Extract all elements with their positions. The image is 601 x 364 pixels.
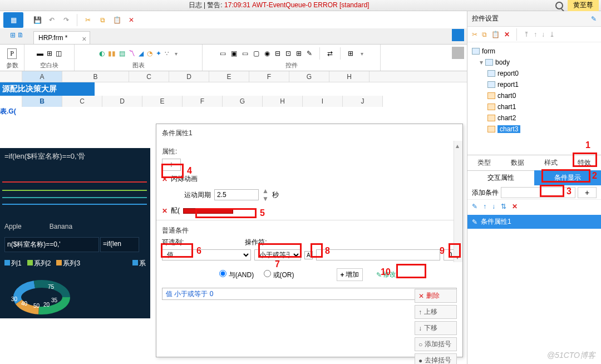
col-header[interactable]: D bbox=[169, 71, 209, 82]
save-icon[interactable]: 💾 bbox=[31, 14, 43, 26]
scroll-down-icon[interactable]: ▾ bbox=[456, 253, 459, 261]
add-condition-input[interactable] bbox=[501, 187, 575, 198]
tab-data[interactable]: 数据 bbox=[501, 155, 534, 170]
ctrl4-icon[interactable]: ▢ bbox=[253, 50, 259, 57]
remove-anim-icon[interactable]: ✕ bbox=[162, 175, 168, 183]
add-attr-button[interactable]: + bbox=[162, 159, 181, 171]
ctrl1-icon[interactable]: ▭ bbox=[220, 50, 226, 57]
tree-node-report0[interactable]: report0 bbox=[472, 68, 597, 79]
tab-mode-icon[interactable]: ⊞ 🗎 bbox=[10, 31, 24, 39]
tab-type[interactable]: 类型 bbox=[467, 155, 501, 170]
ctrl6-icon[interactable]: ⊟ bbox=[275, 50, 280, 57]
remove-color-icon[interactable]: ✕ bbox=[162, 207, 168, 215]
scroll-up-icon[interactable]: ▴ bbox=[456, 142, 459, 150]
redo-icon[interactable]: ↷ bbox=[60, 14, 72, 26]
tree-node-report1[interactable]: report1 bbox=[472, 79, 597, 90]
spin-up-icon[interactable]: ▲ bbox=[262, 187, 269, 195]
cycle-input[interactable] bbox=[214, 189, 259, 200]
col-header[interactable]: B bbox=[22, 96, 62, 107]
tree-node-chart3[interactable]: chart3 bbox=[472, 124, 597, 135]
remove-paren-button[interactable]: ● 去掉括号 bbox=[415, 353, 457, 364]
delete-icon[interactable]: ✕ bbox=[512, 203, 518, 210]
delete-button[interactable]: ✕ 删除 bbox=[415, 289, 457, 303]
col-header[interactable]: G bbox=[289, 71, 329, 82]
col-header[interactable]: C bbox=[129, 71, 169, 82]
col-header[interactable]: F bbox=[183, 96, 223, 107]
area-chart-icon[interactable]: ◢ bbox=[139, 50, 144, 57]
chevron-down-icon[interactable]: ▾ bbox=[175, 51, 178, 57]
add-condition-button[interactable]: + bbox=[578, 187, 597, 198]
scrollbar[interactable]: ▴ ▾ bbox=[454, 141, 462, 262]
gauge-chart-icon[interactable]: ◔ bbox=[147, 50, 152, 57]
col-header[interactable]: D bbox=[102, 96, 142, 107]
add-paren-button[interactable]: ○ 添加括号 bbox=[415, 337, 457, 351]
subtab-interact[interactable]: 交互属性 bbox=[467, 170, 534, 185]
color-swatch[interactable] bbox=[183, 208, 233, 214]
tab-style[interactable]: 样式 bbox=[534, 155, 568, 170]
panel-toggle-icon[interactable] bbox=[452, 47, 464, 59]
condition-list-item[interactable]: 值 小于或等于 0 bbox=[162, 288, 457, 300]
tree-node-chart0[interactable]: chart0 bbox=[472, 90, 597, 101]
pie-chart-icon[interactable]: ◐ bbox=[99, 50, 105, 57]
sheet-corner[interactable] bbox=[0, 71, 22, 82]
edit-icon[interactable]: ✎ bbox=[472, 203, 477, 210]
ctrl7-icon[interactable]: ⊡ bbox=[285, 50, 291, 57]
operator-select[interactable]: 小于或等于 bbox=[254, 249, 301, 260]
col-header[interactable]: E bbox=[142, 96, 183, 107]
delete-icon[interactable]: ✕ bbox=[125, 14, 137, 26]
ctrl3-icon[interactable]: ▭ bbox=[242, 50, 248, 57]
hbar-chart-icon[interactable]: ▤ bbox=[119, 50, 125, 57]
line-chart-icon[interactable]: 〽 bbox=[129, 50, 135, 57]
value-input[interactable] bbox=[316, 249, 440, 260]
spin-down-icon[interactable]: ▼ bbox=[262, 195, 269, 203]
move-up-icon[interactable]: ↑ bbox=[483, 203, 486, 210]
move-up-icon[interactable]: ↑ bbox=[534, 31, 537, 38]
ctrl10-icon[interactable]: ⇄ bbox=[327, 50, 333, 57]
col-header[interactable]: J bbox=[343, 96, 383, 107]
move-down-icon[interactable]: ↓ bbox=[541, 31, 545, 38]
cut-icon[interactable]: ✂ bbox=[82, 14, 94, 26]
delete-icon[interactable]: ✕ bbox=[504, 31, 510, 38]
panel-toggle-icon[interactable] bbox=[452, 29, 464, 41]
search-icon[interactable] bbox=[555, 2, 563, 9]
edit-pen-icon[interactable]: ✎ bbox=[591, 15, 597, 23]
chevron-down-icon[interactable]: ▾ bbox=[361, 51, 363, 57]
move-top-icon[interactable]: ⤒ bbox=[524, 31, 529, 38]
col-header[interactable]: G bbox=[223, 96, 263, 107]
radar-chart-icon[interactable]: ✦ bbox=[156, 50, 161, 57]
tab-effects[interactable]: 特效 bbox=[568, 155, 601, 170]
and-radio[interactable]: 与(AND) bbox=[219, 270, 254, 280]
col-header[interactable]: C bbox=[62, 96, 102, 107]
copy-icon[interactable]: ⧉ bbox=[482, 31, 487, 38]
paste-icon[interactable]: 📋 bbox=[491, 31, 500, 38]
col-header[interactable]: F bbox=[249, 71, 289, 82]
tree-node-form[interactable]: form bbox=[472, 46, 597, 57]
tree-node-body[interactable]: ▾body bbox=[472, 57, 597, 68]
tree-node-chart2[interactable]: chart2 bbox=[472, 112, 597, 124]
col-header[interactable]: H bbox=[329, 71, 370, 82]
block3-icon[interactable]: ◫ bbox=[56, 50, 62, 57]
param-icon[interactable]: P bbox=[7, 48, 17, 59]
sort-icon[interactable]: ⇅ bbox=[501, 203, 506, 210]
condition-item[interactable]: ✎ 条件属性1 bbox=[467, 215, 601, 229]
cut-icon[interactable]: ✂ bbox=[472, 31, 477, 38]
move-down-button[interactable]: ↓ 下移 bbox=[415, 321, 457, 335]
title-cell[interactable]: 源配比决策大屏 bbox=[0, 82, 95, 96]
bar-chart-icon[interactable]: ▮▮ bbox=[108, 50, 116, 57]
col-header[interactable]: E bbox=[209, 71, 249, 82]
ctrl5-icon[interactable]: ◉ bbox=[264, 50, 270, 57]
col-header[interactable]: B bbox=[62, 71, 129, 82]
paste-icon[interactable]: 📋 bbox=[111, 14, 123, 26]
add-cond-button[interactable]: +增加 bbox=[337, 268, 363, 281]
col-header[interactable]: H bbox=[263, 96, 303, 107]
move-bottom-icon[interactable]: ⤓ bbox=[549, 31, 555, 38]
or-radio[interactable]: 或(OR) bbox=[264, 270, 294, 280]
ctrl11-icon[interactable]: ⊞ bbox=[348, 50, 353, 57]
block1-icon[interactable]: ▬ bbox=[37, 50, 43, 57]
column-select[interactable]: 值 bbox=[162, 249, 251, 260]
scatter-chart-icon[interactable]: ∵ bbox=[165, 50, 169, 57]
formula-mode-icon[interactable]: A bbox=[304, 251, 313, 259]
ctrl2-icon[interactable]: ▣ bbox=[231, 50, 237, 57]
block2-icon[interactable]: ⊞ bbox=[47, 50, 52, 57]
username-badge[interactable]: 黄至尊 bbox=[568, 0, 599, 11]
